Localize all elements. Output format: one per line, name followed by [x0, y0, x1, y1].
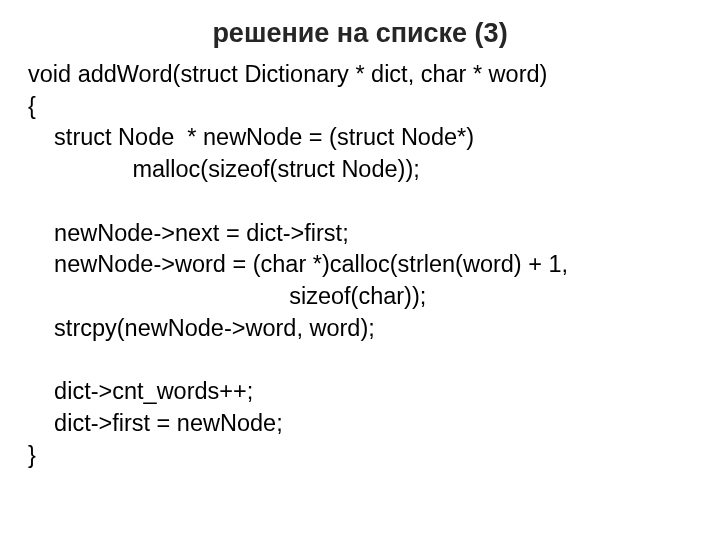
code-line: dict->first = newNode; [28, 410, 283, 436]
code-line: { [28, 93, 36, 119]
slide-title: решение на списке (3) [28, 18, 692, 49]
code-line: newNode->next = dict->first; [28, 220, 349, 246]
code-line: newNode->word = (char *)calloc(strlen(wo… [28, 251, 568, 277]
code-line: struct Node * newNode = (struct Node*) [28, 124, 474, 150]
code-line: dict->cnt_words++; [28, 378, 253, 404]
code-line: strcpy(newNode->word, word); [28, 315, 375, 341]
code-block: void addWord(struct Dictionary * dict, c… [28, 59, 692, 471]
code-line: sizeof(char)); [28, 283, 426, 309]
code-line: void addWord(struct Dictionary * dict, c… [28, 61, 547, 87]
code-line: } [28, 442, 36, 468]
slide: решение на списке (3) void addWord(struc… [0, 0, 720, 540]
code-line: malloc(sizeof(struct Node)); [28, 156, 420, 182]
